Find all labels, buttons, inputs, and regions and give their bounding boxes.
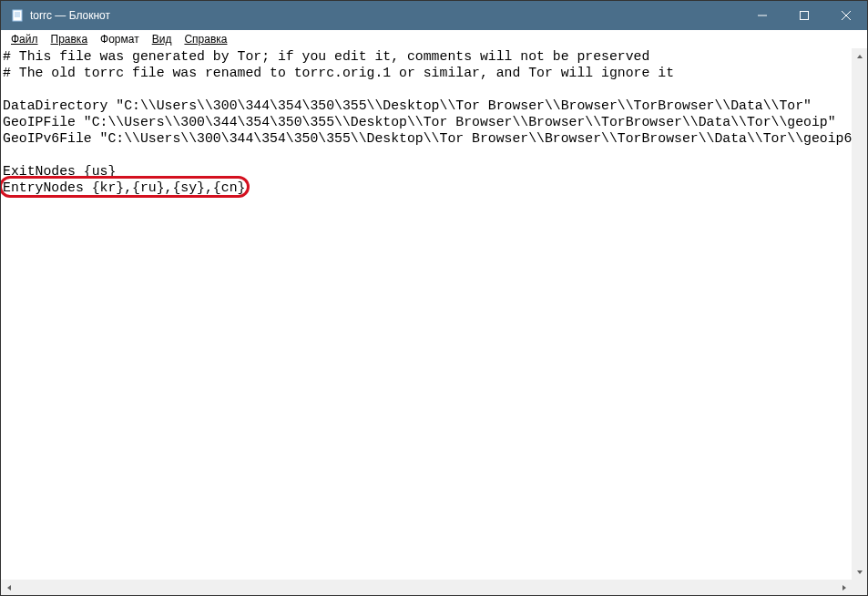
- close-button[interactable]: [825, 1, 867, 30]
- window-title: torrc — Блокнот: [30, 9, 110, 22]
- svg-marker-9: [857, 570, 863, 574]
- menu-help[interactable]: Справка: [178, 32, 233, 46]
- scroll-right-button[interactable]: [836, 580, 852, 595]
- maximize-button[interactable]: [783, 1, 825, 30]
- editor-container: # This file was generated by Tor; if you…: [1, 48, 867, 595]
- menu-edit[interactable]: Правка: [45, 32, 95, 46]
- menu-format[interactable]: Формат: [94, 32, 146, 46]
- vertical-scroll-track[interactable]: [852, 64, 867, 564]
- svg-rect-0: [13, 10, 22, 21]
- svg-rect-5: [801, 12, 809, 20]
- text-line[interactable]: [3, 147, 865, 163]
- menu-view[interactable]: Вид: [146, 32, 179, 46]
- text-line[interactable]: # This file was generated by Tor; if you…: [3, 48, 865, 65]
- minimize-button[interactable]: [741, 1, 783, 30]
- titlebar[interactable]: torrc — Блокнот: [1, 1, 867, 30]
- text-line[interactable]: [3, 81, 865, 98]
- scrollbar-corner: [852, 580, 867, 595]
- scroll-down-button[interactable]: [852, 564, 867, 580]
- svg-marker-11: [842, 585, 846, 591]
- horizontal-scrollbar[interactable]: [1, 580, 852, 595]
- vertical-scrollbar[interactable]: [852, 48, 867, 580]
- menu-file[interactable]: Файл: [5, 32, 45, 46]
- svg-marker-8: [857, 55, 863, 58]
- svg-marker-10: [7, 585, 11, 591]
- horizontal-scroll-track[interactable]: [16, 580, 836, 595]
- text-editor[interactable]: # This file was generated by Tor; if you…: [1, 48, 867, 595]
- notepad-window: torrc — Блокнот Файл Правка Формат Вид С…: [1, 1, 867, 595]
- text-line[interactable]: GeoIPv6File "C:\\Users\\300\344\354\350\…: [3, 130, 865, 147]
- menubar: Файл Правка Формат Вид Справка: [1, 30, 867, 48]
- scroll-left-button[interactable]: [1, 580, 16, 595]
- window-controls: [741, 1, 867, 30]
- text-line[interactable]: # The old torrc file was renamed to torr…: [3, 65, 865, 81]
- text-line[interactable]: DataDirectory "C:\\Users\\300\344\354\35…: [3, 98, 865, 114]
- text-line[interactable]: GeoIPFile "C:\\Users\\300\344\354\350\35…: [3, 114, 865, 130]
- text-line[interactable]: ExitNodes {us}: [3, 163, 865, 180]
- scroll-up-button[interactable]: [852, 48, 867, 64]
- notepad-icon: [10, 8, 25, 23]
- text-line[interactable]: EntryNodes {kr},{ru},{sy},{cn}: [3, 180, 865, 196]
